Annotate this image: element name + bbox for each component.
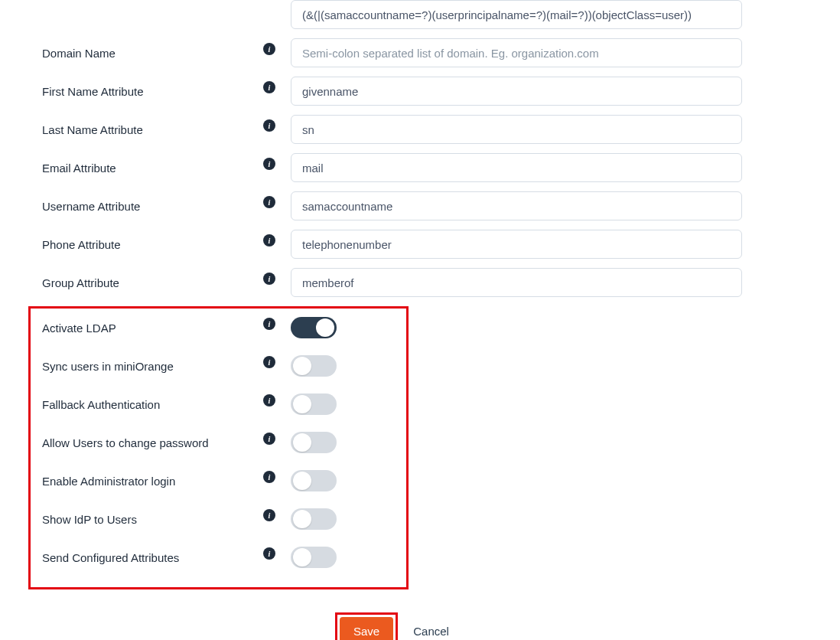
allow-change-pwd-label: Allow Users to change password — [42, 436, 209, 449]
enable-admin-login-row: Enable Administrator login i — [31, 465, 399, 497]
domain-name-row: Domain Name i — [31, 38, 809, 67]
info-icon[interactable]: i — [263, 196, 275, 208]
sync-users-label: Sync users in miniOrange — [42, 360, 174, 373]
last-name-attr-row: Last Name Attribute i — [31, 115, 809, 144]
send-attributes-row: Send Configured Attributes i — [31, 541, 399, 573]
ldap-filter-input[interactable] — [291, 0, 742, 29]
info-icon[interactable]: i — [263, 509, 275, 521]
info-icon[interactable]: i — [263, 273, 275, 285]
send-attributes-label: Send Configured Attributes — [42, 551, 179, 564]
email-attr-input[interactable] — [291, 153, 742, 182]
sync-users-row: Sync users in miniOrange i — [31, 350, 399, 382]
info-icon[interactable]: i — [263, 471, 275, 483]
last-name-attr-input[interactable] — [291, 115, 742, 144]
username-attr-row: Username Attribute i — [31, 191, 809, 220]
group-attr-input[interactable] — [291, 268, 742, 297]
info-icon[interactable]: i — [263, 158, 275, 170]
sync-users-toggle[interactable] — [291, 355, 337, 377]
username-attr-input[interactable] — [291, 191, 742, 220]
fallback-auth-row: Fallback Authentication i — [31, 388, 399, 420]
fallback-auth-toggle[interactable] — [291, 393, 337, 415]
group-attr-label: Group Attribute — [42, 276, 119, 289]
phone-attr-input[interactable] — [291, 230, 742, 259]
allow-change-pwd-row: Allow Users to change password i — [31, 426, 399, 459]
show-idp-toggle[interactable] — [291, 508, 337, 530]
ldap-filter-row — [31, 0, 809, 29]
show-idp-label: Show IdP to Users — [42, 513, 137, 526]
enable-admin-login-label: Enable Administrator login — [42, 475, 175, 488]
first-name-attr-row: First Name Attribute i — [31, 77, 809, 106]
email-attr-row: Email Attribute i — [31, 153, 809, 182]
info-icon[interactable]: i — [263, 547, 275, 560]
phone-attr-label: Phone Attribute — [42, 238, 121, 251]
info-icon[interactable]: i — [263, 119, 275, 132]
activate-ldap-toggle[interactable] — [291, 317, 337, 338]
username-attr-label: Username Attribute — [42, 200, 140, 213]
info-icon[interactable]: i — [263, 81, 275, 93]
send-attributes-toggle[interactable] — [291, 547, 337, 568]
activate-ldap-row: Activate LDAP i — [31, 312, 399, 344]
info-icon[interactable]: i — [263, 356, 275, 368]
info-icon[interactable]: i — [263, 318, 275, 330]
info-icon[interactable]: i — [263, 394, 275, 407]
last-name-attr-label: Last Name Attribute — [42, 123, 143, 136]
show-idp-row: Show IdP to Users i — [31, 503, 399, 535]
activate-ldap-label: Activate LDAP — [42, 322, 116, 335]
fallback-auth-label: Fallback Authentication — [42, 398, 160, 411]
phone-attr-row: Phone Attribute i — [31, 230, 809, 259]
first-name-attr-input[interactable] — [291, 77, 742, 106]
enable-admin-login-toggle[interactable] — [291, 470, 337, 491]
domain-name-label: Domain Name — [42, 47, 116, 60]
info-icon[interactable]: i — [263, 234, 275, 247]
save-button[interactable]: Save — [340, 617, 393, 640]
form-actions: Save Cancel — [335, 612, 809, 640]
first-name-attr-label: First Name Attribute — [42, 85, 144, 98]
allow-change-pwd-toggle[interactable] — [291, 432, 337, 453]
save-highlight-box: Save — [335, 612, 398, 640]
group-attr-row: Group Attribute i — [31, 268, 809, 297]
toggles-highlight-box: Activate LDAP i Sync users in miniOrange… — [28, 306, 409, 589]
cancel-button[interactable]: Cancel — [413, 625, 449, 638]
domain-name-input[interactable] — [291, 38, 742, 67]
info-icon[interactable]: i — [263, 433, 275, 445]
email-attr-label: Email Attribute — [42, 162, 116, 175]
info-icon[interactable]: i — [263, 43, 275, 55]
ldap-config-form: Domain Name i First Name Attribute i Las… — [0, 0, 840, 640]
